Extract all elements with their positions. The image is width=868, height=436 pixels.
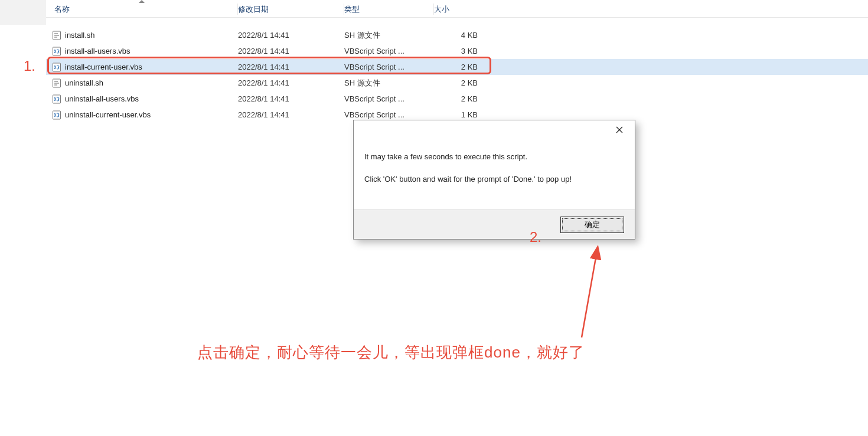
- file-date: 2022/8/1 14:41: [238, 78, 344, 87]
- svg-rect-4: [53, 47, 61, 55]
- svg-rect-11: [53, 111, 61, 119]
- file-type: VBScript Script ...: [344, 47, 434, 55]
- file-name: install-current-user.vbs: [65, 63, 142, 71]
- file-name-cell: uninstall.sh: [46, 78, 238, 88]
- dialog-body: It may take a few seconds to execute thi…: [354, 139, 635, 209]
- file-name: uninstall-current-user.vbs: [65, 110, 151, 119]
- file-rows-container: install.sh2022/8/1 14:41SH 源文件4 KBinstal…: [46, 27, 868, 123]
- vbs-file-icon: [52, 94, 61, 104]
- file-name: install-all-users.vbs: [65, 47, 130, 55]
- file-type: VBScript Script ...: [344, 63, 434, 71]
- file-date: 2022/8/1 14:41: [238, 94, 344, 103]
- annotation-step1: 1.: [24, 58, 35, 74]
- sort-asc-icon: [139, 0, 145, 3]
- file-size: 3 KB: [434, 47, 487, 55]
- column-header-name-label: 名称: [54, 4, 70, 15]
- file-row[interactable]: uninstall.sh2022/8/1 14:41SH 源文件2 KB: [46, 75, 868, 91]
- ok-button[interactable]: 确定: [560, 217, 624, 233]
- file-name-cell: install-all-users.vbs: [46, 47, 238, 56]
- svg-rect-10: [53, 95, 61, 103]
- file-name-cell: uninstall-all-users.vbs: [46, 94, 238, 104]
- file-name-cell: uninstall-current-user.vbs: [46, 110, 238, 120]
- file-size: 2 KB: [434, 78, 487, 87]
- file-name-cell: install-current-user.vbs: [46, 63, 238, 72]
- vbs-file-icon: [52, 110, 61, 120]
- file-date: 2022/8/1 14:41: [238, 31, 344, 40]
- column-header-size-label: 大小: [434, 4, 449, 15]
- column-header-name[interactable]: 名称: [46, 4, 238, 15]
- dialog-text-line1: It may take a few seconds to execute thi…: [364, 151, 624, 163]
- file-type: VBScript Script ...: [344, 110, 434, 119]
- close-button[interactable]: [609, 122, 630, 138]
- column-header-size[interactable]: 大小: [434, 4, 487, 15]
- file-date: 2022/8/1 14:41: [238, 47, 344, 55]
- vbs-file-icon: [52, 63, 61, 72]
- file-row[interactable]: install.sh2022/8/1 14:41SH 源文件4 KB: [46, 27, 868, 43]
- svg-line-15: [582, 248, 598, 337]
- file-type: SH 源文件: [344, 78, 434, 88]
- file-type: VBScript Script ...: [344, 94, 434, 103]
- annotation-arrow-icon: [573, 243, 620, 343]
- ok-button-label: 确定: [585, 219, 600, 230]
- file-name-cell: install.sh: [46, 31, 238, 40]
- annotation-caption: 点击确定，耐心等待一会儿，等出现弹框done，就好了: [197, 342, 585, 363]
- file-size: 2 KB: [434, 63, 487, 71]
- dialog-text-line2: Click 'OK' button and wait for the promp…: [364, 173, 624, 185]
- file-size: 4 KB: [434, 31, 487, 40]
- file-type: SH 源文件: [344, 30, 434, 41]
- column-header-type[interactable]: 类型: [344, 4, 434, 15]
- close-icon: [616, 126, 623, 133]
- file-size: 1 KB: [434, 110, 487, 119]
- file-date: 2022/8/1 14:41: [238, 63, 344, 71]
- sh-file-icon: [52, 31, 61, 40]
- file-row[interactable]: uninstall-all-users.vbs2022/8/1 14:41VBS…: [46, 91, 868, 107]
- sidebar-stub: [0, 0, 46, 25]
- script-dialog: It may take a few seconds to execute thi…: [353, 120, 635, 240]
- vbs-file-icon: [52, 47, 61, 56]
- file-name: uninstall-all-users.vbs: [65, 94, 139, 103]
- svg-rect-5: [53, 63, 61, 71]
- annotation-step2: 2.: [530, 229, 541, 245]
- file-row[interactable]: install-current-user.vbs2022/8/1 14:41VB…: [46, 59, 868, 75]
- file-name: install.sh: [65, 31, 95, 40]
- file-row[interactable]: install-all-users.vbs2022/8/1 14:41VBScr…: [46, 43, 868, 59]
- column-header-date-label: 修改日期: [238, 4, 269, 15]
- column-header-date[interactable]: 修改日期: [238, 4, 344, 15]
- file-date: 2022/8/1 14:41: [238, 110, 344, 119]
- file-list-pane: 名称 修改日期 类型 大小 install.sh2022/8/1 14:41SH…: [46, 0, 868, 123]
- sh-file-icon: [52, 78, 61, 88]
- file-name: uninstall.sh: [65, 78, 103, 87]
- column-header-row: 名称 修改日期 类型 大小: [46, 0, 868, 18]
- dialog-footer: 确定: [354, 209, 635, 239]
- column-header-type-label: 类型: [344, 4, 360, 15]
- file-size: 2 KB: [434, 94, 487, 103]
- dialog-titlebar[interactable]: [354, 120, 635, 139]
